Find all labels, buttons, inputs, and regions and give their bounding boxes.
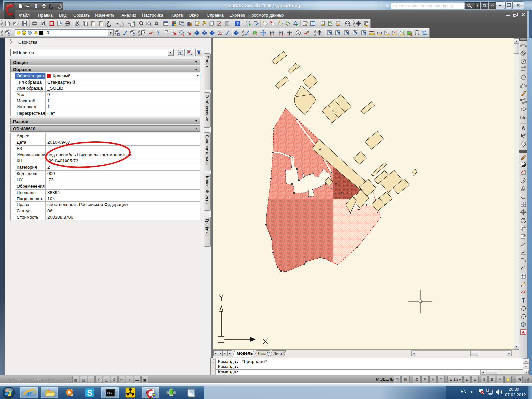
- svg-text:C:\_: C:\_: [107, 391, 113, 394]
- svg-text:S: S: [87, 388, 92, 397]
- svg-text:AB: AB: [346, 22, 349, 24]
- svg-text:e: e: [27, 387, 31, 398]
- svg-text:q: q: [167, 392, 169, 394]
- svg-text:p: p: [174, 392, 175, 394]
- svg-text:?: ?: [236, 21, 239, 26]
